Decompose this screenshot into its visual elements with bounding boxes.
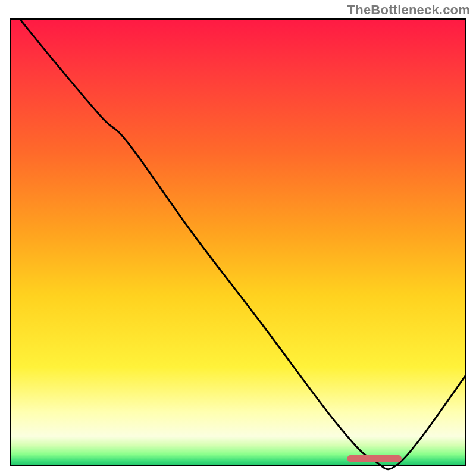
heat-gradient (11, 19, 465, 465)
bottleneck-chart (0, 0, 476, 476)
plot-area (11, 19, 465, 469)
chart-container: TheBottleneck.com (0, 0, 476, 476)
watermark-text: TheBottleneck.com (347, 2, 470, 18)
optimal-range-marker (347, 455, 402, 462)
